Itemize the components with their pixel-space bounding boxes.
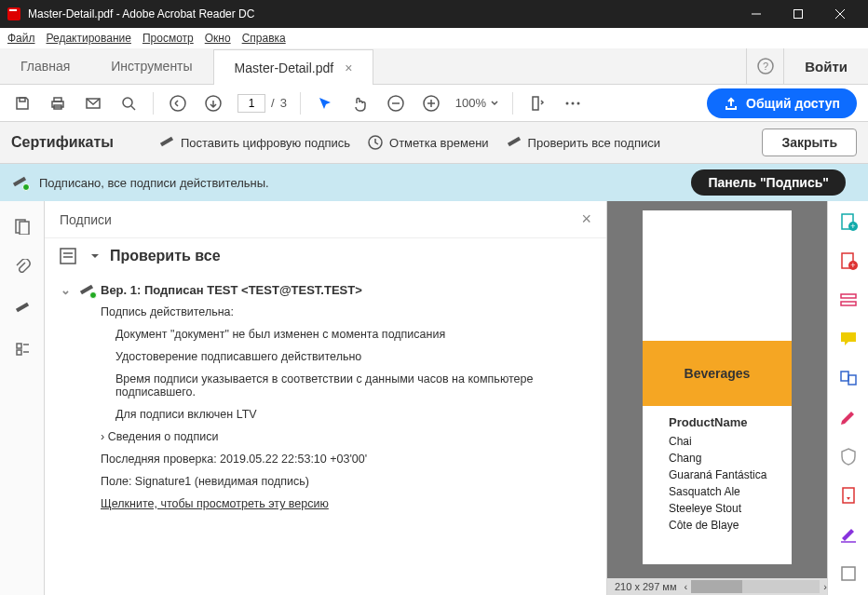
svg-rect-43 (848, 375, 856, 385)
signature-valid-icon (78, 284, 95, 297)
menu-file[interactable]: Файл (7, 32, 35, 45)
menu-bar: Файл Редактирование Просмотр Окно Справк… (0, 28, 868, 48)
save-icon[interactable] (11, 92, 34, 115)
signature-detail-line: Документ "документ" не был изменен с мом… (115, 323, 591, 345)
menu-window[interactable]: Окно (205, 32, 231, 45)
create-pdf-icon[interactable]: + (837, 210, 860, 233)
svg-rect-31 (61, 249, 75, 264)
svg-rect-6 (20, 98, 25, 101)
svg-rect-29 (17, 350, 21, 355)
document-view[interactable]: Beverages ProductName Chai Chang Guaraná… (607, 201, 827, 595)
pdf-icon (7, 7, 20, 20)
signatures-panel-header: Подписи × (45, 201, 606, 238)
pen-icon (506, 136, 522, 149)
pdf-page: Beverages ProductName Chai Chang Guaraná… (643, 210, 792, 564)
svg-text:+: + (850, 261, 855, 270)
search-icon[interactable] (117, 92, 140, 115)
bookmarks-icon[interactable] (12, 339, 33, 359)
prev-page-icon[interactable] (167, 92, 189, 115)
signature-status-text: Подписано, все подписи действительны. (39, 176, 269, 190)
signature-revision-node[interactable]: ⌄ Вер. 1: Подписан TEST <TEST@TEST.TEST> (60, 279, 591, 301)
cert-close-button[interactable]: Закрыть (762, 128, 857, 156)
more-icon[interactable] (562, 92, 584, 115)
view-version-link[interactable]: Щелкните, чтобы просмотреть эту версию (101, 493, 591, 515)
maximize-button[interactable] (777, 0, 819, 28)
scroll-right-icon[interactable]: › (823, 581, 827, 592)
page-indicator: / 3 (237, 94, 287, 113)
collapse-icon[interactable]: ⌄ (60, 283, 71, 297)
print-icon[interactable] (47, 92, 69, 115)
minimize-button[interactable] (735, 0, 777, 28)
next-page-icon[interactable] (202, 92, 224, 115)
verify-all-label[interactable]: Проверить все (110, 248, 221, 264)
category-header: Beverages (643, 341, 792, 406)
signatures-icon[interactable] (12, 298, 33, 318)
compress-icon[interactable] (837, 484, 860, 507)
list-item: Chang (669, 450, 792, 467)
panel-close-icon[interactable]: × (581, 210, 591, 229)
right-tools-rail: + + (827, 201, 868, 595)
signature-detail-line: Время подписи указывается в соответствии… (115, 368, 591, 403)
menu-edit[interactable]: Редактирование (47, 32, 131, 45)
menu-help[interactable]: Справка (242, 32, 286, 45)
tab-document[interactable]: Master-Detail.pdf × (213, 49, 374, 85)
window-title: Master-Detail.pdf - Adobe Acrobat Reader… (28, 7, 735, 20)
main-toolbar: / 3 100% Общий доступ (0, 85, 868, 122)
organize-icon[interactable] (837, 367, 860, 389)
scroll-mode-icon[interactable] (526, 92, 549, 115)
hand-tool-icon[interactable] (349, 92, 372, 115)
cert-sign-button[interactable]: Поставить цифровую подпись (158, 136, 350, 150)
expand-icon[interactable]: › (101, 430, 104, 443)
signatures-panel: Подписи × Проверить все ⌄ Вер. 1: Подпис… (45, 201, 607, 595)
svg-point-11 (123, 98, 132, 107)
page-current-input[interactable] (237, 94, 265, 113)
list-item: Sasquatch Ale (669, 483, 792, 500)
page-total: 3 (280, 96, 287, 110)
attachments-icon[interactable] (12, 257, 33, 277)
tab-home[interactable]: Главная (0, 48, 90, 84)
menu-view[interactable]: Просмотр (142, 32, 194, 45)
zoom-level[interactable]: 100% (455, 96, 499, 110)
list-item: Steeleye Stout (669, 500, 792, 517)
svg-rect-44 (843, 488, 854, 503)
svg-rect-41 (841, 302, 856, 305)
chevron-down-icon (490, 99, 499, 108)
horizontal-scrollbar[interactable] (691, 580, 820, 593)
last-check-line: Последняя проверка: 2019.05.22 22:53:10 … (101, 448, 591, 470)
protect-icon[interactable] (837, 445, 860, 467)
column-header: ProductName (643, 406, 792, 429)
verify-all-row: Проверить все (45, 238, 606, 274)
tab-tools[interactable]: Инструменты (90, 48, 212, 84)
tab-close-icon[interactable]: × (345, 61, 352, 75)
signature-detail-line: Для подписи включен LTV (115, 403, 591, 426)
close-button[interactable] (819, 0, 861, 28)
zoom-in-icon[interactable] (420, 92, 442, 115)
left-navigation-rail (0, 201, 45, 595)
login-button[interactable]: Войти (783, 48, 868, 84)
combine-pdf-icon[interactable]: + (837, 250, 860, 272)
redact-icon[interactable] (837, 406, 860, 428)
product-list: Chai Chang Guaraná Fantástica Sasquatch … (643, 429, 792, 534)
thumbnails-icon[interactable] (12, 216, 33, 237)
cert-verify-button[interactable]: Проверить все подписи (506, 136, 660, 150)
zoom-out-icon[interactable] (385, 92, 407, 115)
cert-timestamp-button[interactable]: Отметка времени (367, 134, 489, 151)
dropdown-icon[interactable] (91, 252, 99, 260)
signature-panel-button[interactable]: Панель "Подпись" (691, 169, 846, 196)
export-icon[interactable] (837, 562, 860, 585)
select-tool-icon[interactable] (314, 92, 336, 115)
help-button[interactable]: ? (746, 48, 783, 84)
scroll-left-icon[interactable]: ‹ (685, 581, 688, 592)
list-icon (60, 248, 80, 264)
svg-point-21 (566, 101, 569, 104)
list-item: Côte de Blaye (669, 517, 792, 534)
list-item: Guaraná Fantástica (669, 467, 792, 483)
svg-rect-26 (20, 222, 29, 235)
edit-pdf-icon[interactable] (837, 289, 860, 311)
signature-details-node[interactable]: › Сведения о подписи (101, 426, 591, 448)
comment-icon[interactable] (837, 328, 860, 350)
svg-point-23 (577, 101, 580, 104)
share-button[interactable]: Общий доступ (707, 88, 857, 118)
email-icon[interactable] (82, 92, 104, 115)
fill-sign-icon[interactable] (837, 523, 860, 546)
